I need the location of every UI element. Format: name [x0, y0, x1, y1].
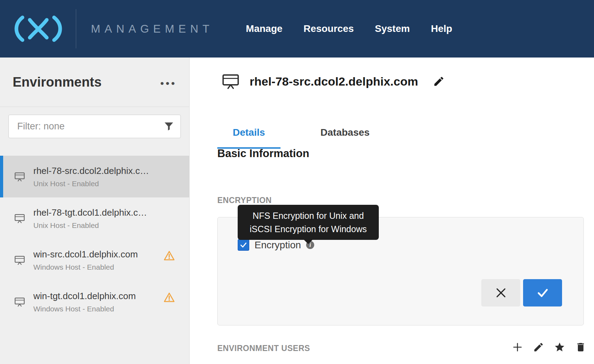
overflow-menu-icon[interactable]: ••• — [160, 75, 177, 89]
environment-name: rhel-78-tgt.dcol1.delphix.c… — [33, 207, 147, 218]
environment-status: Unix Host - Enabled — [33, 221, 147, 230]
environment-name: win-tgt.dcol1.delphix.com — [33, 291, 136, 302]
environment-text: win-src.dcol1.delphix.com Windows Host -… — [33, 249, 138, 271]
host-icon — [14, 296, 26, 308]
basic-information-heading: Basic Information — [217, 147, 309, 160]
environment-status: Windows Host - Enabled — [33, 305, 136, 313]
nav-resources[interactable]: Resources — [304, 23, 354, 34]
environment-status: Unix Host - Enabled — [33, 180, 149, 188]
topbar-divider — [76, 9, 76, 48]
edit-user-pencil-icon[interactable] — [533, 342, 544, 353]
product-name: MANAGEMENT — [91, 22, 213, 35]
encryption-checkbox-row: Encryption i — [238, 239, 314, 251]
warning-icon — [163, 250, 175, 262]
host-icon — [14, 171, 26, 183]
app-window: MANAGEMENT Manage Resources System Help … — [0, 0, 594, 364]
environment-item-win-tgt[interactable]: win-tgt.dcol1.delphix.com Windows Host -… — [0, 281, 189, 323]
detail-tabs: Details Databases — [217, 127, 385, 149]
warning-icon — [163, 291, 175, 303]
delphix-logo-icon[interactable] — [12, 14, 65, 43]
encryption-tooltip: NFS Encryption for Unix and iSCSI Encryp… — [238, 205, 379, 240]
environment-name: win-src.dcol1.delphix.com — [33, 249, 138, 260]
top-nav-bar: MANAGEMENT Manage Resources System Help — [0, 0, 594, 58]
environment-item-win-src[interactable]: win-src.dcol1.delphix.com Windows Host -… — [0, 239, 189, 281]
host-icon — [14, 213, 26, 224]
confirm-button[interactable] — [523, 279, 562, 306]
primary-user-star-icon[interactable] — [554, 342, 565, 353]
filter-bar — [8, 115, 181, 138]
environment-users-section-label: ENVIRONMENT USERS — [217, 344, 310, 353]
close-icon — [494, 286, 508, 299]
environment-item-rhel-78-tgt[interactable]: rhel-78-tgt.dcol1.delphix.c… Unix Host -… — [0, 197, 189, 239]
filter-input[interactable] — [8, 115, 181, 138]
environment-text: win-tgt.dcol1.delphix.com Windows Host -… — [33, 291, 136, 313]
checkmark-icon — [239, 241, 248, 249]
encryption-section-label: ENCRYPTION — [217, 196, 272, 205]
tooltip-line-1: NFS Encryption for Unix and — [241, 209, 375, 222]
tooltip-line-2: iSCSI Encryption for Windows — [241, 222, 375, 236]
environment-item-rhel-78-src[interactable]: rhel-78-src.dcol2.delphix.c… Unix Host -… — [0, 156, 189, 197]
add-user-icon[interactable] — [512, 342, 523, 353]
page-title: rhel-78-src.dcol2.delphix.com — [250, 75, 418, 88]
host-icon — [14, 254, 26, 266]
nav-manage[interactable]: Manage — [246, 23, 282, 34]
environment-list: rhel-78-src.dcol2.delphix.c… Unix Host -… — [0, 156, 189, 323]
host-icon — [221, 72, 240, 91]
encryption-checkbox[interactable] — [238, 239, 249, 251]
environments-sidebar: Environments ••• rhel-78-src.dcol2.delph… — [0, 58, 190, 364]
cancel-button[interactable] — [481, 279, 520, 306]
delete-user-trash-icon[interactable] — [575, 342, 586, 353]
environment-text: rhel-78-src.dcol2.delphix.c… Unix Host -… — [33, 166, 149, 188]
sidebar-header: Environments ••• — [0, 58, 189, 107]
filter-funnel-icon[interactable] — [163, 121, 174, 132]
environment-text: rhel-78-tgt.dcol1.delphix.c… Unix Host -… — [33, 207, 147, 230]
nav-system[interactable]: System — [375, 23, 410, 34]
edit-title-pencil-icon[interactable] — [433, 75, 445, 87]
sidebar-title: Environments — [13, 75, 101, 90]
tab-databases[interactable]: Databases — [305, 127, 385, 149]
checkmark-icon — [536, 286, 549, 299]
environment-title-row: rhel-78-src.dcol2.delphix.com — [221, 72, 445, 91]
tab-details[interactable]: Details — [217, 127, 280, 149]
main-nav: Manage Resources System Help — [246, 23, 452, 34]
encryption-checkbox-label: Encryption — [255, 240, 301, 251]
environment-detail-panel: rhel-78-src.dcol2.delphix.com Details Da… — [190, 58, 594, 364]
environment-name: rhel-78-src.dcol2.delphix.c… — [33, 166, 149, 176]
nav-help[interactable]: Help — [431, 23, 452, 34]
environment-users-actions — [512, 342, 586, 353]
environment-status: Windows Host - Enabled — [33, 263, 138, 271]
